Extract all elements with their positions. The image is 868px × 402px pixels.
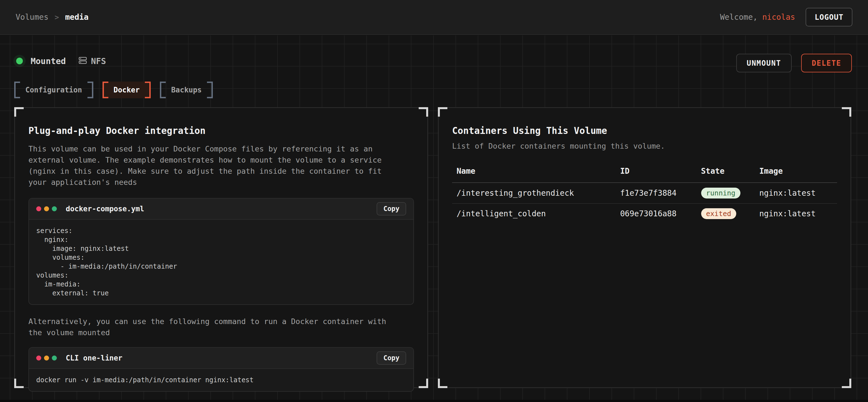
red-dot-icon [36, 356, 41, 361]
compose-code-header: docker-compose.yml Copy [29, 199, 413, 220]
container-id: 069e73016a88 [620, 209, 701, 218]
breadcrumb: Volumes > media [16, 12, 89, 22]
panel-corner-bracket-icon [438, 107, 447, 116]
delete-button[interactable]: DELETE [801, 54, 852, 72]
containers-panel: Containers Using This Volume List of Doc… [438, 107, 851, 388]
containers-panel-subtitle: List of Docker containers mounting this … [452, 142, 837, 150]
compose-filename: docker-compose.yml [66, 205, 144, 213]
footer-strip [0, 400, 868, 402]
containers-table: Name ID State Image /interesting_grothen… [452, 166, 837, 224]
container-state-badge: running [701, 188, 740, 199]
username: nicolas [762, 12, 795, 22]
panel-corner-bracket-icon [14, 107, 24, 116]
mounted-status-dot-icon [16, 58, 23, 64]
amber-dot-icon [44, 356, 49, 361]
driver-group: NFS [79, 56, 106, 66]
welcome-label: Welcome, [720, 12, 758, 22]
driver-label: NFS [91, 56, 106, 66]
column-header-state: State [701, 166, 760, 176]
breadcrumb-separator-icon: > [55, 13, 59, 22]
panel-corner-bracket-icon [438, 379, 447, 388]
green-dot-icon [52, 206, 57, 211]
containers-panel-title: Containers Using This Volume [452, 125, 837, 136]
amber-dot-icon [44, 206, 49, 211]
container-image: nginx:latest [760, 189, 833, 198]
window-dots-icon [36, 356, 57, 361]
docker-panel-description: This volume can be used in your Docker C… [28, 143, 391, 188]
volume-actions: UNMOUNT DELETE [736, 54, 852, 72]
breadcrumb-current-volume: media [65, 12, 89, 22]
tab-docker[interactable]: Docker [102, 81, 151, 98]
column-header-id: ID [620, 166, 701, 176]
green-dot-icon [52, 356, 57, 361]
containers-table-header: Name ID State Image [452, 166, 837, 183]
table-row: /intelligent_colden 069e73016a88 exited … [452, 203, 837, 224]
tab-configuration[interactable]: Configuration [14, 81, 93, 98]
panel-corner-bracket-icon [842, 379, 851, 388]
unmount-button[interactable]: UNMOUNT [736, 54, 792, 72]
panels-container: Plug-and-play Docker integration This vo… [14, 107, 851, 388]
compose-code-content: services: nginx: image: nginx:latest vol… [29, 220, 413, 304]
container-id: f1e73e7f3884 [620, 189, 701, 198]
panel-corner-bracket-icon [842, 107, 851, 116]
container-name: /intelligent_colden [457, 209, 620, 218]
column-header-image: Image [760, 166, 833, 176]
cli-copy-button[interactable]: Copy [377, 351, 406, 365]
column-header-name: Name [457, 166, 620, 176]
welcome-text: Welcome, nicolas [720, 12, 795, 22]
logout-button[interactable]: LOGOUT [806, 8, 852, 27]
compose-copy-button[interactable]: Copy [377, 202, 406, 215]
cli-code-content: docker run -v im-media:/path/in/containe… [29, 369, 413, 391]
cli-title: CLI one-liner [66, 354, 123, 362]
panel-corner-bracket-icon [419, 107, 428, 116]
cli-code-header: CLI one-liner Copy [29, 348, 413, 369]
container-name: /interesting_grothendieck [457, 189, 620, 198]
panel-corner-bracket-icon [419, 379, 428, 388]
topbar-right: Welcome, nicolas LOGOUT [720, 8, 852, 27]
topbar: Volumes > media Welcome, nicolas LOGOUT [0, 0, 868, 35]
container-state-badge: exited [701, 208, 736, 219]
container-image: nginx:latest [760, 209, 833, 218]
volume-status-row: Mounted NFS [16, 53, 106, 69]
main-content: Mounted NFS UNMOUNT DELETE Configuration… [0, 35, 868, 402]
docker-integration-panel: Plug-and-play Docker integration This vo… [14, 107, 428, 388]
cli-alternative-text: Alternatively, you can use the following… [28, 316, 391, 338]
red-dot-icon [36, 206, 41, 211]
tab-bar: Configuration Docker Backups [14, 81, 213, 98]
tab-backups[interactable]: Backups [160, 81, 213, 98]
cli-code-block: CLI one-liner Copy docker run -v im-medi… [28, 347, 414, 392]
window-dots-icon [36, 206, 57, 211]
compose-code-block: docker-compose.yml Copy services: nginx:… [28, 198, 414, 305]
mounted-status-label: Mounted [31, 56, 66, 66]
server-icon [79, 56, 87, 66]
docker-panel-title: Plug-and-play Docker integration [28, 125, 414, 136]
panel-corner-bracket-icon [14, 379, 24, 388]
table-row: /interesting_grothendieck f1e73e7f3884 r… [452, 183, 837, 203]
breadcrumb-volumes-link[interactable]: Volumes [16, 12, 49, 22]
